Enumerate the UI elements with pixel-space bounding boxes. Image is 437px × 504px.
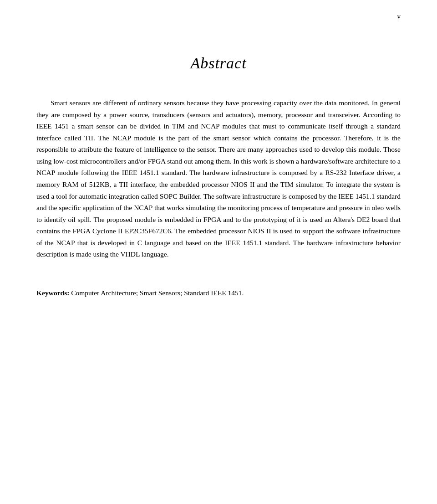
- page: v Abstract Smart sensors are different o…: [0, 0, 437, 504]
- keywords-text: Computer Architecture; Smart Sensors; St…: [71, 289, 244, 297]
- keywords-section: Keywords: Computer Architecture; Smart S…: [36, 288, 401, 298]
- abstract-title: Abstract: [36, 55, 401, 72]
- keywords-label: Keywords:: [36, 289, 69, 297]
- page-number: v: [397, 13, 401, 21]
- abstract-paragraph: Smart sensors are different of ordinary …: [36, 97, 401, 260]
- abstract-body: Smart sensors are different of ordinary …: [36, 97, 401, 260]
